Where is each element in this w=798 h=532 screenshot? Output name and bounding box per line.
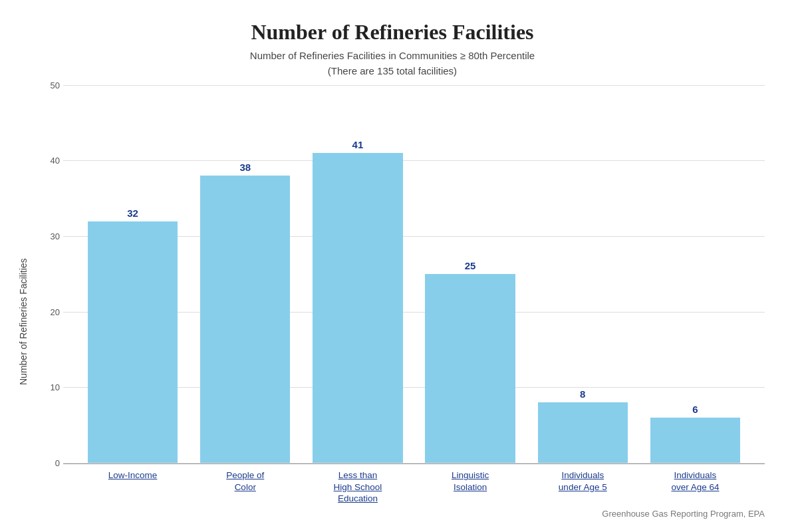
chart-subtitle: Number of Refineries Facilities in Commu… [250, 49, 535, 78]
x-label-less-than-hs[interactable]: Less thanHigh SchoolEducation [301, 469, 414, 505]
bar-value-less-than-hs: 41 [352, 139, 364, 150]
bar-value-low-income: 32 [127, 207, 138, 219]
x-label-linguistic-isolation[interactable]: LinguisticIsolation [414, 469, 527, 505]
x-label-low-income[interactable]: Low-Income [76, 469, 189, 505]
subtitle-line1: Number of Refineries Facilities in Commu… [250, 50, 535, 61]
y-axis-label: Number of Refineries Facilities [13, 85, 33, 505]
bar-individuals-under-5 [538, 402, 628, 463]
bar-individuals-over-64 [650, 418, 740, 463]
bar-value-people-of-color: 38 [239, 162, 251, 173]
bar-less-than-hs [313, 153, 402, 463]
y-tick-label: 40 [37, 156, 60, 166]
bar-group-linguistic-isolation: 25 [414, 85, 527, 463]
bar-group-less-than-hs: 41 [301, 85, 414, 463]
chart-title: Number of Refineries Facilities [251, 20, 533, 45]
bars-row: 3238412586 [63, 85, 765, 463]
bar-low-income [88, 221, 178, 464]
chart-container: Number of Refineries Facilities Number o… [0, 0, 798, 532]
bar-linguistic-isolation [425, 274, 515, 463]
y-tick-label: 30 [37, 231, 60, 241]
bar-group-individuals-under-5: 8 [527, 85, 639, 463]
bar-people-of-color [200, 176, 290, 463]
y-tick-label: 20 [37, 307, 60, 317]
chart-area: Number of Refineries Facilities 50403020… [13, 85, 771, 505]
source-text: Greenhouse Gas Reporting Program, EPA [13, 509, 771, 519]
x-label-individuals-under-5[interactable]: Individualsunder Age 5 [527, 469, 639, 505]
y-tick-label: 10 [37, 382, 60, 392]
x-label-individuals-over-64[interactable]: Individualsover Age 64 [639, 469, 751, 505]
bar-value-linguistic-isolation: 25 [465, 260, 476, 271]
bar-group-people-of-color: 38 [189, 85, 301, 463]
bars-and-grid: 504030201003238412586 [63, 85, 765, 463]
bar-group-low-income: 32 [76, 85, 189, 463]
bar-group-individuals-over-64: 6 [639, 85, 751, 463]
y-tick-label: 50 [37, 80, 60, 90]
bar-value-individuals-under-5: 8 [580, 388, 585, 400]
chart-inner: 504030201003238412586 Low-IncomePeople o… [33, 85, 771, 505]
x-label-people-of-color[interactable]: People ofColor [189, 469, 301, 505]
y-tick-label: 0 [37, 458, 60, 468]
bar-value-individuals-over-64: 6 [692, 404, 698, 415]
x-labels: Low-IncomePeople ofColorLess thanHigh Sc… [63, 469, 765, 505]
subtitle-line2: (There are 135 total facilities) [328, 65, 457, 76]
